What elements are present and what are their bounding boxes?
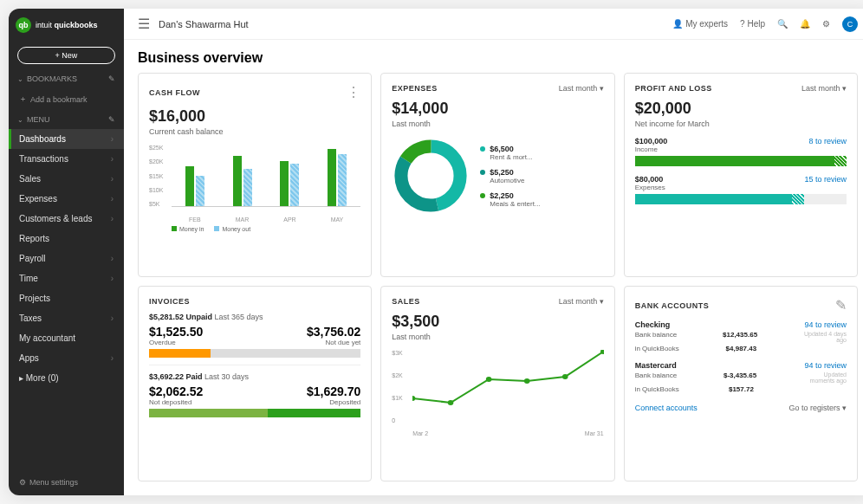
svg-point-7 — [524, 378, 530, 384]
expenses-title: EXPENSES — [392, 84, 438, 93]
cashflow-amount: $16,000 — [149, 107, 360, 126]
sidebar-more[interactable]: ▸ More (0) — [9, 368, 124, 388]
bank-title: BANK ACCOUNTS — [635, 301, 710, 310]
sidebar-item-taxes[interactable]: Taxes› — [9, 308, 124, 328]
pl-income-amt: $100,000 — [635, 137, 668, 145]
sidebar-item-transactions[interactable]: Transactions› — [9, 149, 124, 169]
help-link[interactable]: ? Help — [740, 19, 765, 29]
sidebar-item-payroll[interactable]: Payroll› — [9, 249, 124, 268]
sidebar-item-customers-leads[interactable]: Customers & leads› — [9, 209, 124, 229]
bell-icon[interactable]: 🔔 — [800, 19, 810, 29]
sidebar-item-dashboards[interactable]: Dashboards› — [9, 129, 124, 149]
expenses-amount: $14,000 — [392, 100, 603, 118]
pencil-icon[interactable]: ✎ — [108, 115, 115, 124]
person-icon: 👤 — [672, 19, 683, 29]
card-invoices: INVOICES $5,281.52 Unpaid Last 365 days … — [138, 286, 372, 481]
logo: qb intuit quickbooks — [9, 9, 124, 42]
pl-period[interactable]: Last month ▾ — [801, 84, 847, 93]
menu-settings[interactable]: ⚙Menu settings — [9, 469, 124, 495]
svg-point-5 — [448, 400, 454, 405]
search-icon[interactable]: 🔍 — [777, 19, 788, 29]
cashflow-title: CASH FLOW — [149, 88, 200, 97]
card-sales: SALES Last month ▾ $3,500 Last month $3K… — [380, 286, 614, 481]
sidebar-item-expenses[interactable]: Expenses› — [9, 189, 124, 209]
company-name: Dan's Shawarma Hut — [159, 19, 249, 29]
brand-intuit: intuit — [36, 21, 52, 29]
bookmarks-header[interactable]: ⌄BOOKMARKS ✎ — [9, 69, 124, 88]
connect-accounts-link[interactable]: Connect accounts — [635, 404, 698, 412]
pl-exp-link[interactable]: 15 to review — [804, 175, 847, 184]
sidebar-item-sales[interactable]: Sales› — [9, 169, 124, 189]
pl-exp-lbl: Expenses — [635, 184, 847, 191]
more-icon[interactable]: ⋮ — [347, 84, 360, 100]
sidebar-item-time[interactable]: Time› — [9, 268, 124, 288]
avatar[interactable]: C — [842, 16, 858, 32]
sales-title: SALES — [392, 297, 420, 306]
cashflow-chart: $25K$20K$15K$10K$5K FEBMARAPRMAY — [149, 145, 360, 223]
pencil-icon[interactable]: ✎ — [108, 74, 115, 83]
card-bank-accounts: BANK ACCOUNTS ✎ Checking94 to reviewBank… — [624, 286, 858, 481]
inv-unpaid-hdr: $5,281.52 Unpaid — [149, 313, 212, 321]
bank-account-row[interactable]: Mastercard94 to reviewBank balance$-3,43… — [635, 361, 847, 393]
svg-point-4 — [412, 396, 415, 401]
expenses-donut — [392, 137, 470, 215]
topbar: ☰ Dan's Shawarma Hut 👤 My experts ? Help… — [124, 9, 863, 40]
sidebar-item-my-accountant[interactable]: My accountant — [9, 328, 124, 348]
inv-paid-hdr: $3,692.22 Paid — [149, 372, 203, 381]
go-to-registers[interactable]: Go to registers ▾ — [788, 404, 847, 412]
my-experts-link[interactable]: 👤 My experts — [672, 19, 728, 29]
sidebar-item-projects[interactable]: Projects — [9, 288, 124, 308]
bank-account-row[interactable]: Checking94 to reviewBank balance$12,435.… — [635, 320, 847, 352]
menu-header[interactable]: ⌄MENU ✎ — [9, 110, 124, 129]
pl-sub: Net income for March — [635, 120, 847, 128]
invoices-title: INVOICES — [149, 297, 190, 306]
pl-income-lbl: Income — [635, 145, 847, 153]
pl-income-link[interactable]: 8 to review — [808, 137, 847, 145]
qb-logo-icon: qb — [16, 17, 31, 33]
legend-money-in: Money in — [179, 226, 204, 232]
sidebar: qb intuit quickbooks + New ⌄BOOKMARKS ✎ … — [9, 9, 124, 495]
new-button[interactable]: + New — [17, 47, 115, 64]
pencil-icon[interactable]: ✎ — [835, 297, 847, 313]
legend-money-out: Money out — [222, 226, 250, 232]
inv-notdep: $2,062.52 — [149, 384, 203, 398]
add-bookmark[interactable]: ＋Add a bookmark — [9, 88, 124, 110]
brand-qb: quickbooks — [55, 21, 98, 29]
expenses-sub: Last month — [392, 120, 603, 128]
sidebar-item-apps[interactable]: Apps› — [9, 348, 124, 368]
gear-icon: ⚙ — [19, 478, 26, 487]
sidebar-item-reports[interactable]: Reports — [9, 229, 124, 249]
pl-exp-amt: $80,000 — [635, 175, 664, 184]
sales-chart: $3K$2K$1K0 Mar 2Mar 31 — [392, 350, 603, 436]
sales-amount: $3,500 — [392, 313, 603, 331]
svg-point-8 — [562, 374, 568, 379]
card-expenses: EXPENSES Last month ▾ $14,000 Last month… — [380, 73, 614, 277]
pl-amount: $20,000 — [635, 100, 847, 118]
sales-period[interactable]: Last month ▾ — [559, 297, 604, 306]
gear-icon[interactable]: ⚙ — [822, 19, 830, 29]
hamburger-icon[interactable]: ☰ — [138, 16, 150, 32]
card-profit-loss: PROFIT AND LOSS Last month ▾ $20,000 Net… — [624, 73, 858, 277]
sales-sub: Last month — [392, 333, 603, 341]
inv-dep: $1,629.70 — [307, 384, 360, 398]
cashflow-sub: Current cash balance — [149, 127, 360, 136]
inv-notdue: $3,756.02 — [307, 325, 360, 339]
expenses-period[interactable]: Last month ▾ — [559, 84, 604, 93]
inv-overdue: $1,525.50 — [149, 325, 203, 339]
svg-point-6 — [486, 377, 492, 382]
page-title: Business overview — [124, 40, 863, 73]
plus-icon: ＋ — [19, 94, 27, 105]
help-icon: ? — [740, 19, 745, 29]
card-cashflow: CASH FLOW ⋮ $16,000 Current cash balance… — [138, 73, 372, 277]
pl-title: PROFIT AND LOSS — [635, 84, 712, 93]
